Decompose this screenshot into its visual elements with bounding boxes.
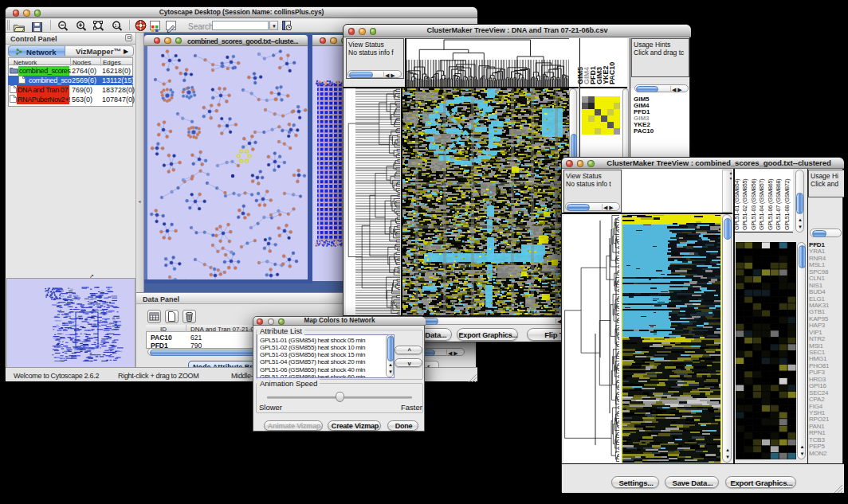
svg-text:1:1: 1:1	[114, 23, 121, 28]
svg-text:GPL51-07 (GSM868): GPL51-07 (GSM868)	[775, 178, 782, 230]
svg-text:GPL51-06 (GSM865): GPL51-06 (GSM865)	[767, 178, 774, 230]
svg-text:GPL51-03 (GSM856): GPL51-03 (GSM856)	[750, 178, 757, 230]
svg-text:GPL51-04 (GSM857): GPL51-04 (GSM857)	[758, 178, 765, 230]
svg-text:PAC10: PAC10	[608, 62, 616, 84]
svg-text:GPL51-02 (GSM855): GPL51-02 (GSM855)	[741, 178, 748, 230]
svg-text:GPL51-01 (GSM854): GPL51-01 (GSM854)	[734, 178, 740, 230]
svg-text:GPL51-08 (GSM872): GPL51-08 (GSM872)	[783, 178, 791, 230]
